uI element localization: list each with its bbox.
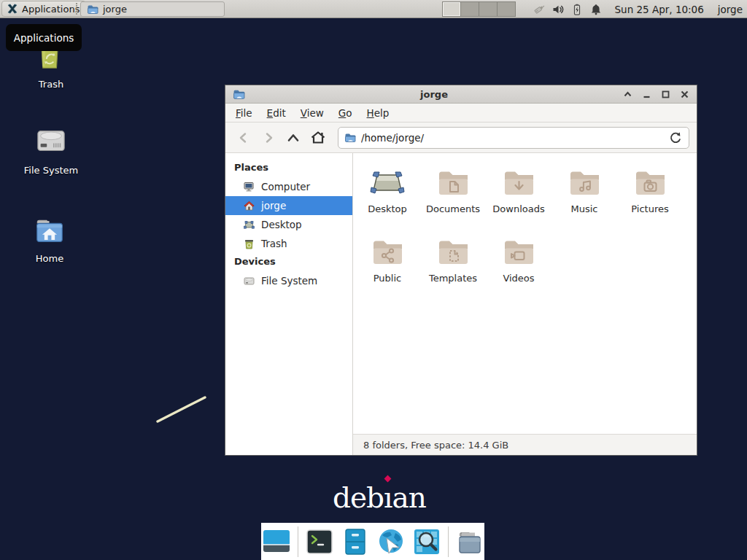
volume-icon[interactable] bbox=[551, 3, 565, 16]
sidebar: Places Computer jorge bbox=[225, 153, 353, 455]
panel-clock[interactable]: Sun 25 Apr, 10:06 bbox=[615, 4, 704, 15]
workspace-switcher bbox=[443, 1, 516, 17]
panel-user-menu[interactable]: jorge bbox=[718, 4, 743, 15]
window-controls bbox=[623, 90, 689, 99]
menu-view[interactable]: View bbox=[293, 104, 331, 122]
folder-label: Music bbox=[571, 203, 598, 214]
folder-templates-icon bbox=[436, 234, 471, 269]
workspace-1[interactable] bbox=[442, 1, 461, 17]
window-title: jorge bbox=[245, 89, 623, 100]
sidebar-item-label: Trash bbox=[261, 238, 287, 249]
menu-edit[interactable]: Edit bbox=[260, 104, 293, 122]
window-titlebar[interactable]: jorge bbox=[225, 85, 697, 104]
folder-item-desktop[interactable]: Desktop bbox=[355, 165, 420, 234]
back-button[interactable] bbox=[233, 127, 255, 149]
workspace-2[interactable] bbox=[460, 1, 479, 17]
folder-downloads-icon bbox=[501, 165, 536, 200]
folder-item-pictures[interactable]: Pictures bbox=[617, 165, 683, 234]
dock-separator bbox=[298, 526, 298, 557]
desktop-icon-home[interactable]: Home bbox=[16, 214, 83, 264]
file-list: Desktop Documents Downloads bbox=[353, 153, 697, 434]
menu-file[interactable]: File bbox=[228, 104, 260, 122]
window-body: Places Computer jorge bbox=[225, 153, 697, 455]
desktop-icon bbox=[243, 219, 255, 231]
computer-icon bbox=[243, 181, 255, 193]
folder-item-public[interactable]: Public bbox=[355, 234, 420, 303]
top-panel: Applications jorge bbox=[0, 0, 747, 18]
sidebar-item-label: jorge bbox=[261, 200, 286, 211]
desktop-icon-label: Home bbox=[36, 253, 63, 264]
applications-tooltip-text: Applications bbox=[14, 32, 74, 44]
debian-logo-text: debıan bbox=[333, 481, 426, 514]
sidebar-item-file-system[interactable]: File System bbox=[225, 271, 352, 290]
path-input[interactable] bbox=[361, 132, 663, 144]
dock-separator bbox=[448, 526, 449, 557]
sidebar-header-devices: Devices bbox=[225, 253, 352, 271]
folder-icon bbox=[87, 4, 98, 15]
folder-label: Videos bbox=[503, 273, 534, 284]
sidebar-item-jorge[interactable]: jorge bbox=[225, 196, 352, 215]
folder-pictures-icon bbox=[632, 165, 667, 200]
sidebar-item-trash[interactable]: Trash bbox=[225, 234, 352, 253]
notifications-bell-icon[interactable] bbox=[589, 3, 603, 16]
applications-menu-button[interactable]: Applications bbox=[1, 1, 86, 17]
web-browser-icon[interactable] bbox=[376, 527, 406, 556]
sidebar-item-label: Desktop bbox=[261, 219, 302, 230]
folder-item-templates[interactable]: Templates bbox=[420, 234, 486, 303]
minimize-button[interactable] bbox=[642, 90, 651, 99]
folder-videos-icon bbox=[501, 234, 536, 269]
folder-item-videos[interactable]: Videos bbox=[486, 234, 551, 303]
forward-button[interactable] bbox=[258, 127, 279, 149]
drive-icon bbox=[243, 275, 255, 287]
app-finder-icon[interactable] bbox=[412, 527, 441, 556]
show-desktop-icon[interactable] bbox=[262, 527, 291, 556]
panel-handle[interactable] bbox=[76, 3, 78, 15]
statusbar: 8 folders, Free space: 14.4 GiB bbox=[353, 434, 697, 455]
sidebar-item-desktop[interactable]: Desktop bbox=[225, 215, 352, 234]
applications-menu-label: Applications bbox=[22, 4, 80, 15]
taskbar-window-button[interactable]: jorge bbox=[80, 1, 225, 17]
menu-go[interactable]: Go bbox=[331, 104, 360, 122]
desktop-icon-file-system[interactable]: File System bbox=[18, 125, 85, 176]
drive-icon bbox=[34, 125, 68, 159]
home-folder-icon bbox=[33, 214, 66, 247]
folder-documents-icon bbox=[436, 165, 471, 200]
maximize-button[interactable] bbox=[661, 90, 670, 99]
reload-icon[interactable] bbox=[668, 131, 683, 145]
folder-label: Documents bbox=[426, 203, 480, 214]
shade-button[interactable] bbox=[623, 90, 632, 99]
network-cable-icon[interactable] bbox=[533, 3, 546, 16]
path-bar[interactable] bbox=[338, 127, 689, 149]
folder-label: Pictures bbox=[631, 203, 668, 214]
folder-item-documents[interactable]: Documents bbox=[420, 165, 486, 234]
taskbar-window-label: jorge bbox=[103, 4, 127, 15]
path-folder-icon bbox=[344, 132, 356, 144]
battery-icon[interactable] bbox=[570, 3, 584, 16]
home-button[interactable] bbox=[307, 127, 329, 149]
toolbar bbox=[225, 122, 697, 153]
up-button[interactable] bbox=[282, 127, 304, 149]
folder-label: Templates bbox=[429, 273, 477, 284]
workspace-4[interactable] bbox=[497, 1, 516, 17]
sidebar-item-computer[interactable]: Computer bbox=[225, 177, 352, 196]
file-cabinet-icon[interactable] bbox=[341, 527, 370, 556]
window-folder-icon bbox=[233, 88, 245, 101]
folder-label: Downloads bbox=[492, 203, 544, 214]
xfce-logo-icon bbox=[7, 3, 18, 15]
desktop-icon-label: File System bbox=[24, 165, 78, 176]
desktop-surface-icon bbox=[370, 165, 405, 200]
terminal-icon[interactable] bbox=[305, 527, 334, 556]
desktop-icon-label: Trash bbox=[39, 79, 63, 90]
close-button[interactable] bbox=[680, 90, 689, 99]
folder-item-music[interactable]: Music bbox=[551, 165, 617, 234]
folder-label: Public bbox=[374, 273, 401, 284]
trash-icon bbox=[243, 238, 255, 250]
workspace-3[interactable] bbox=[479, 1, 498, 17]
statusbar-text: 8 folders, Free space: 14.4 GiB bbox=[363, 440, 508, 451]
directory-menu-icon[interactable] bbox=[455, 527, 484, 556]
tray-icons bbox=[533, 3, 603, 16]
folder-item-downloads[interactable]: Downloads bbox=[486, 165, 551, 234]
menu-help[interactable]: Help bbox=[360, 104, 397, 122]
sidebar-item-label: Computer bbox=[261, 181, 310, 192]
scribble-line bbox=[152, 391, 212, 426]
